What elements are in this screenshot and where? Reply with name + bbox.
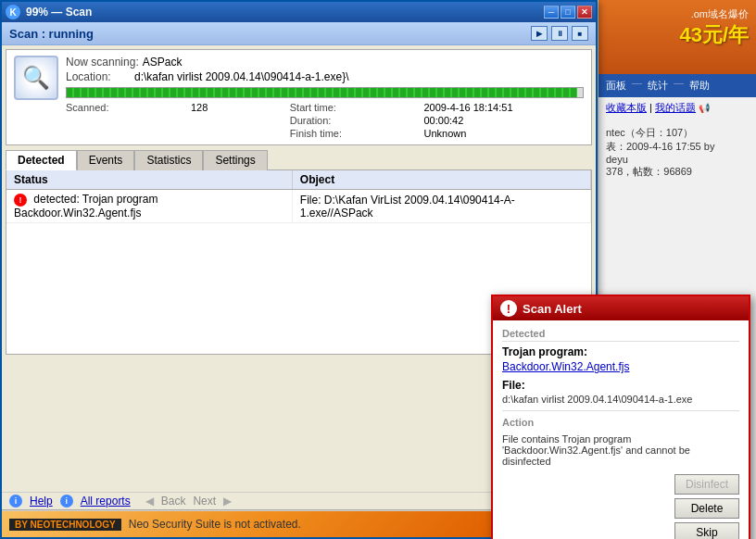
- help-icon: i: [9, 495, 22, 508]
- right-panel-ad: .om域名爆价 43元/年: [598, 0, 756, 74]
- window-controls: ─ □ ✕: [544, 6, 592, 19]
- progress-fill: [67, 88, 577, 97]
- tab-events[interactable]: Events: [77, 150, 135, 170]
- scan-controls: ▶ ⏸ ■: [531, 26, 588, 41]
- trojan-label: Trojan program:: [502, 345, 739, 358]
- pause-button[interactable]: ⏸: [551, 26, 568, 41]
- file-value: d:\kafan virlist 2009.04.14\090414-a-1.e…: [502, 394, 739, 405]
- alert-buttons: Disinfect Delete Skip: [502, 474, 739, 539]
- row-object: File: D:\Kafan VirList 2009.04.14\090414…: [292, 190, 590, 223]
- title-bar-left: K 99% — Scan: [6, 5, 92, 19]
- window-title: 99% — Scan: [26, 6, 92, 19]
- right-nav-stats[interactable]: 统计: [644, 77, 672, 94]
- tab-detected[interactable]: Detected: [6, 150, 77, 170]
- my-topics-link[interactable]: 我的话题: [655, 102, 696, 113]
- alert-title: Scan Alert: [523, 302, 582, 316]
- right-panel-content: ntec（今日：107） 表：2009-4-16 17:55 by deyu 3…: [598, 119, 756, 186]
- scan-details: 🔍 Now scanning: ASPack Location: d:\kafa…: [6, 49, 592, 145]
- start-time-label: Start time:: [290, 102, 413, 113]
- neo-logo: BY NEOTECHNOLOGY: [9, 519, 121, 531]
- scanned-value: 128: [191, 102, 279, 113]
- disinfect-button[interactable]: Disinfect: [674, 474, 739, 495]
- trojan-link[interactable]: Backdoor.Win32.Agent.fjs: [502, 360, 629, 373]
- right-nav-panel[interactable]: 面板: [602, 77, 630, 94]
- start-time-value: 2009-4-16 18:14:51: [424, 102, 585, 113]
- notification-message: Neo Security Suite is not activated.: [129, 518, 301, 531]
- tab-statistics[interactable]: Statistics: [134, 150, 203, 170]
- finish-time-value: Unknown: [424, 128, 585, 139]
- action-section: Action File contains Trojan program 'Bac…: [502, 410, 739, 539]
- now-scanning-row: Now scanning: ASPack: [66, 56, 584, 69]
- scan-status-label: Scan : running: [9, 27, 94, 41]
- minimize-button[interactable]: ─: [544, 6, 559, 19]
- col-status: Status: [6, 170, 292, 190]
- right-panel-links: 收藏本版 | 我的话题 📢: [598, 97, 756, 119]
- play-button[interactable]: ▶: [531, 26, 548, 41]
- title-bar: K 99% — Scan ─ □ ✕: [2, 2, 596, 22]
- scan-stats: Scanned: 128 Start time: 2009-4-16 18:14…: [66, 102, 584, 139]
- back-separator: ◀: [145, 495, 154, 508]
- app-icon: K: [6, 5, 20, 19]
- row-status: ! detected: Trojan program Backdoor.Win3…: [6, 190, 292, 223]
- ad-domain-text: .om域名爆价: [606, 7, 749, 21]
- alert-icon: !: [500, 300, 517, 317]
- col-object: Object: [292, 170, 590, 190]
- maximize-button[interactable]: □: [561, 6, 575, 19]
- finish-time-label: Finish time:: [290, 128, 413, 139]
- now-scanning-value: ASPack: [143, 56, 183, 69]
- scan-icon: 🔍: [14, 56, 58, 100]
- delete-button[interactable]: Delete: [674, 498, 739, 519]
- duration-value: 00:00:42: [424, 115, 585, 126]
- location-value: d:\kafan virlist 2009.04.14\090414-a-1.e…: [134, 70, 349, 83]
- back-label: Back: [161, 495, 186, 508]
- right-nav-help[interactable]: 帮助: [686, 77, 713, 94]
- scan-alert-dialog: ! Scan Alert Detected Trojan program: Ba…: [491, 295, 750, 539]
- close-button[interactable]: ✕: [577, 6, 592, 19]
- alert-description: File contains Trojan program 'Backdoor.W…: [502, 433, 739, 467]
- notification-bar: BY NEOTECHNOLOGY Neo Security Suite is n…: [2, 511, 493, 537]
- file-label: File:: [502, 379, 739, 392]
- help-link[interactable]: Help: [30, 495, 53, 508]
- now-scanning-label: Now scanning:: [66, 56, 139, 69]
- all-reports-link[interactable]: All reports: [81, 495, 131, 508]
- right-nav-bar: 面板 — 统计 — 帮助: [598, 74, 756, 97]
- tab-settings[interactable]: Settings: [203, 150, 267, 170]
- location-label: Location:: [66, 70, 131, 83]
- bookmark-link[interactable]: 收藏本版: [606, 102, 647, 113]
- stop-button[interactable]: ■: [572, 26, 588, 41]
- action-label: Action: [502, 417, 739, 428]
- progress-bar: [66, 87, 584, 98]
- location-row: Location: d:\kafan virlist 2009.04.14\09…: [66, 70, 584, 83]
- table-row: ! detected: Trojan program Backdoor.Win3…: [6, 190, 591, 223]
- scanned-label: Scanned:: [66, 102, 180, 113]
- next-label: Next: [193, 495, 216, 508]
- next-arrow: ▶: [223, 495, 232, 508]
- scan-results-table: Status Object ! detected: Trojan program…: [6, 170, 591, 223]
- scan-info: Now scanning: ASPack Location: d:\kafan …: [66, 56, 584, 139]
- alert-body: Detected Trojan program: Backdoor.Win32.…: [493, 320, 749, 539]
- tabs-row: Detected Events Statistics Settings: [6, 149, 592, 169]
- skip-button[interactable]: Skip: [674, 522, 739, 539]
- scan-status-bar: Scan : running ▶ ⏸ ■: [2, 22, 596, 45]
- alert-title-bar: ! Scan Alert: [493, 296, 749, 320]
- threat-icon: !: [14, 194, 27, 207]
- detected-section-label: Detected: [502, 328, 739, 342]
- ad-price-text: 43元/年: [606, 21, 749, 49]
- reports-icon: i: [60, 495, 73, 508]
- duration-label: Duration:: [290, 115, 413, 126]
